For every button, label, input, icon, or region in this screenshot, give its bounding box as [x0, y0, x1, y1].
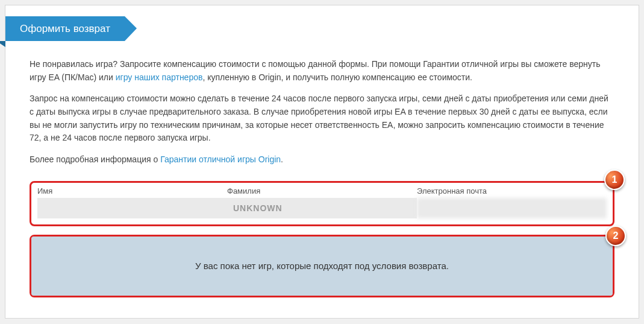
- highlight-area: 1 Имя Фамилия UNKNOWN Электронная почта …: [30, 181, 614, 297]
- surname-value: UNKNOWN: [227, 198, 417, 218]
- no-games-notice: У вас пока нет игр, которые подходят под…: [31, 237, 613, 296]
- ribbon-title: Оформить возврат: [5, 16, 125, 41]
- p1-text-b: , купленную в Origin, и получить полную …: [202, 72, 472, 82]
- surname-label: Фамилия: [227, 186, 417, 195]
- notice-box: 2 У вас пока нет игр, которые подходят п…: [30, 235, 614, 297]
- partners-link[interactable]: игру наших партнеров: [116, 72, 203, 82]
- field-email: Электронная почта: [417, 186, 607, 218]
- paragraph-3: Более подробная информация о Гарантии от…: [30, 153, 614, 167]
- name-label: Имя: [37, 186, 227, 195]
- name-value: [37, 198, 227, 218]
- field-surname: Фамилия UNKNOWN: [227, 186, 417, 218]
- notice-wrap: 2 У вас пока нет игр, которые подходят п…: [30, 235, 614, 297]
- field-name: Имя: [37, 186, 227, 218]
- paragraph-2: Запрос на компенсацию стоимости можно сд…: [30, 92, 614, 145]
- paragraph-1: Не понравилась игра? Запросите компенсац…: [30, 58, 614, 84]
- ribbon-text: Оформить возврат: [20, 23, 110, 34]
- email-label: Электронная почта: [417, 186, 607, 195]
- email-value: [417, 198, 607, 218]
- refund-card: Оформить возврат Не понравилась игра? За…: [5, 5, 639, 319]
- ribbon-tail-icon: [0, 41, 5, 47]
- guarantee-link[interactable]: Гарантии отличной игры Origin: [160, 154, 281, 164]
- p3-text-a: Более подробная информация о: [30, 154, 160, 164]
- ribbon-wrap: Оформить возврат: [5, 16, 639, 43]
- annotation-marker-2: 2: [605, 226, 626, 246]
- content-body: Не понравилась игра? Запросите компенсац…: [5, 43, 639, 181]
- user-info-box: 1 Имя Фамилия UNKNOWN Электронная почта: [30, 181, 614, 226]
- fields-row: Имя Фамилия UNKNOWN Электронная почта: [37, 186, 607, 218]
- annotation-marker-1: 1: [604, 170, 625, 190]
- p3-text-b: .: [281, 154, 283, 164]
